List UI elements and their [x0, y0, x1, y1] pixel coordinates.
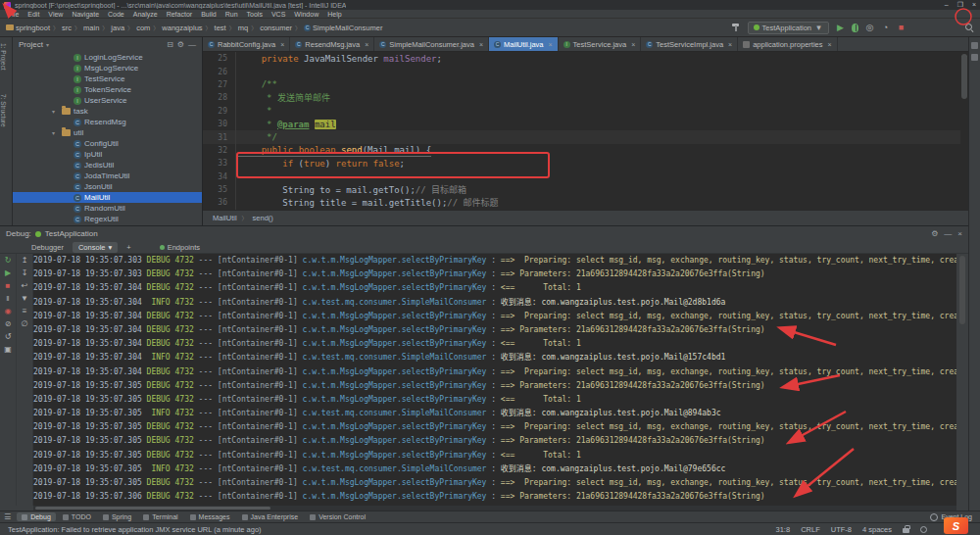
breadcrumb-item-mq[interactable]: mq	[238, 24, 248, 32]
breadcrumb-item-simplemailconsumer[interactable]: CSimpleMailConsumer	[304, 24, 382, 32]
tree-item-mailutil[interactable]: CMailUtil	[13, 192, 202, 203]
tree-item-randomutil[interactable]: CRandomUtil	[13, 203, 202, 214]
right-stripe-icon[interactable]	[971, 42, 978, 49]
tab-debugger[interactable]: Debugger	[25, 242, 70, 253]
line-number[interactable]: 26	[203, 65, 236, 77]
chevron-down-icon[interactable]: ▾	[46, 41, 53, 48]
tree-item-iputil[interactable]: CIpUtil	[13, 149, 202, 160]
resume-button[interactable]: ▶	[2, 268, 14, 278]
settings-icon[interactable]: ⚙	[931, 229, 938, 238]
breadcrumb-item-src[interactable]: src	[62, 24, 72, 32]
collapse-all-icon[interactable]: ⊟	[167, 40, 173, 49]
console-output[interactable]: 2019-07-18 19:35:07.303 DEBUG 4732 --- […	[33, 254, 956, 506]
soft-wrap-button[interactable]: ↩	[19, 281, 30, 291]
run-configuration-select[interactable]: TestApplication ▾	[748, 22, 829, 34]
minimize-icon[interactable]: —	[944, 229, 952, 238]
tree-item-configutil[interactable]: CConfigUtil	[13, 138, 202, 149]
editor-tab-rabbitconfig-java[interactable]: CRabbitConfig.java×	[203, 37, 290, 51]
line-number[interactable]: 32	[203, 144, 236, 157]
menu-item-analyze[interactable]: Analyze	[133, 11, 158, 18]
toolwindow-button-version-control[interactable]: Version Control	[305, 512, 370, 521]
project-panel-title[interactable]: Project	[19, 40, 43, 49]
tab-endpoints[interactable]: Endpoints	[154, 242, 206, 253]
line-number[interactable]: 30	[203, 118, 236, 130]
menu-item-view[interactable]: View	[48, 11, 63, 18]
clear-button[interactable]: ∅	[19, 319, 30, 329]
menu-item-window[interactable]: Window	[294, 11, 318, 18]
editor-tab-simplemailconsumer-java[interactable]: CSimpleMailConsumer.java×	[374, 37, 489, 51]
tool-windows-menu-icon[interactable]: ☰	[4, 512, 11, 521]
editor-tab-mailutil-java[interactable]: CMailUtil.java×	[489, 37, 559, 51]
stripe-button-7-structure[interactable]: 7: Structure	[0, 94, 13, 127]
breadcrumb-item-springboot[interactable]: springboot	[6, 24, 50, 32]
console-scrollbar-thumb[interactable]	[959, 256, 965, 324]
maximize-button[interactable]: ❐	[957, 1, 963, 9]
tree-item-jsonutil[interactable]: CJsonUtil	[13, 181, 202, 192]
line-number[interactable]: 34	[203, 170, 236, 183]
search-everywhere-icon[interactable]	[964, 23, 974, 32]
code-line-27[interactable]: 27 /**	[203, 78, 960, 91]
tab-console[interactable]: Console▾	[73, 242, 118, 253]
menu-item-vcs[interactable]: VCS	[271, 11, 285, 18]
coverage-button[interactable]: ◎	[865, 23, 874, 32]
editor-scrollbar[interactable]	[960, 52, 968, 210]
settings-icon[interactable]: ⚙	[177, 40, 184, 49]
breadcrumb-item-consumer[interactable]: consumer	[260, 24, 292, 32]
tree-item-regexutil[interactable]: CRegexUtil	[13, 214, 202, 224]
up-stack-button[interactable]: ↥	[19, 256, 30, 266]
close-tab-icon[interactable]: ×	[365, 41, 368, 48]
right-stripe-icon[interactable]	[971, 54, 978, 61]
rerun-button[interactable]: ↻	[2, 256, 14, 266]
code-editor[interactable]: 25 private JavaMailSender mailSender;262…	[203, 52, 960, 210]
toolwindow-button-terminal[interactable]: Terminal	[138, 512, 182, 521]
breadcrumb-item-test[interactable]: test	[215, 24, 226, 32]
code-line-30[interactable]: 30 * @param mail	[203, 118, 960, 130]
mute-breakpoints-button[interactable]: ⊘	[2, 319, 14, 329]
indent-widget[interactable]: 4 spaces	[862, 525, 892, 534]
tree-item-jedisutil[interactable]: CJedisUtil	[13, 160, 202, 170]
menu-item-code[interactable]: Code	[108, 11, 124, 18]
editor-tab-testserviceimpl-java[interactable]: CTestServiceImpl.java×	[641, 37, 738, 51]
close-icon[interactable]: ×	[957, 229, 962, 238]
tree-item-testservice[interactable]: ITestService	[13, 73, 202, 84]
stop-button[interactable]: ■	[897, 23, 906, 32]
pin-button[interactable]: ▣	[2, 345, 14, 355]
breadcrumb-method[interactable]: send()	[253, 214, 273, 222]
down-stack-button[interactable]: ↧	[19, 268, 30, 278]
breadcrumb-item-com[interactable]: com	[136, 24, 150, 32]
tree-item-jodatimeutil[interactable]: CJodaTimeUtil	[13, 170, 202, 181]
stripe-button-1-project[interactable]: 1: Project	[0, 43, 13, 70]
tree-item-userservice[interactable]: IUserService	[13, 95, 202, 106]
toolwindow-button-todo[interactable]: TODO	[58, 512, 96, 521]
menu-item-tools[interactable]: Tools	[247, 11, 263, 18]
pause-button[interactable]: ‖	[2, 294, 14, 304]
add-tab-button[interactable]: +	[121, 242, 136, 253]
close-tab-icon[interactable]: ×	[479, 41, 483, 48]
minimize-button[interactable]: –	[945, 1, 949, 9]
line-ending-widget[interactable]: CRLF	[801, 525, 820, 534]
line-number[interactable]: 29	[203, 105, 236, 118]
build-hammer-icon[interactable]	[731, 23, 741, 32]
breadcrumb-class[interactable]: MailUtil	[213, 214, 237, 222]
menu-item-help[interactable]: Help	[327, 11, 341, 18]
code-line-35[interactable]: 35 String to = mail.getTo();// 目标邮箱	[203, 183, 960, 196]
toolwindow-button-spring[interactable]: Spring	[98, 512, 136, 521]
code-line-36[interactable]: 36 String title = mail.getTitle();// 邮件标…	[203, 196, 960, 209]
toolwindow-button-debug[interactable]: Debug	[17, 512, 56, 521]
tree-item-loginlogservice[interactable]: ILoginLogService	[13, 52, 202, 63]
toolwindow-button-messages[interactable]: Messages	[185, 512, 235, 521]
editor-tab-testservice-java[interactable]: ITestService.java×	[559, 37, 642, 51]
close-tab-icon[interactable]: ×	[631, 41, 635, 48]
input-method-badge[interactable]: S	[944, 517, 968, 534]
lock-icon[interactable]	[903, 528, 909, 533]
profiler-button[interactable]: ◔	[881, 23, 890, 32]
restore-layout-button[interactable]: ↺	[2, 332, 14, 342]
tree-item-tokenservice[interactable]: ITokenService	[13, 84, 202, 95]
editor-tab-resendmsg-java[interactable]: CResendMsg.java×	[290, 37, 374, 51]
view-breakpoints-button[interactable]: ◉	[2, 307, 14, 316]
tree-item-util[interactable]: ▾util	[13, 127, 202, 138]
code-line-25[interactable]: 25 private JavaMailSender mailSender;	[203, 52, 960, 65]
expand-arrow-icon[interactable]: ▾	[52, 108, 59, 115]
line-number[interactable]: 31	[203, 130, 236, 143]
close-tab-icon[interactable]: ×	[549, 41, 553, 48]
